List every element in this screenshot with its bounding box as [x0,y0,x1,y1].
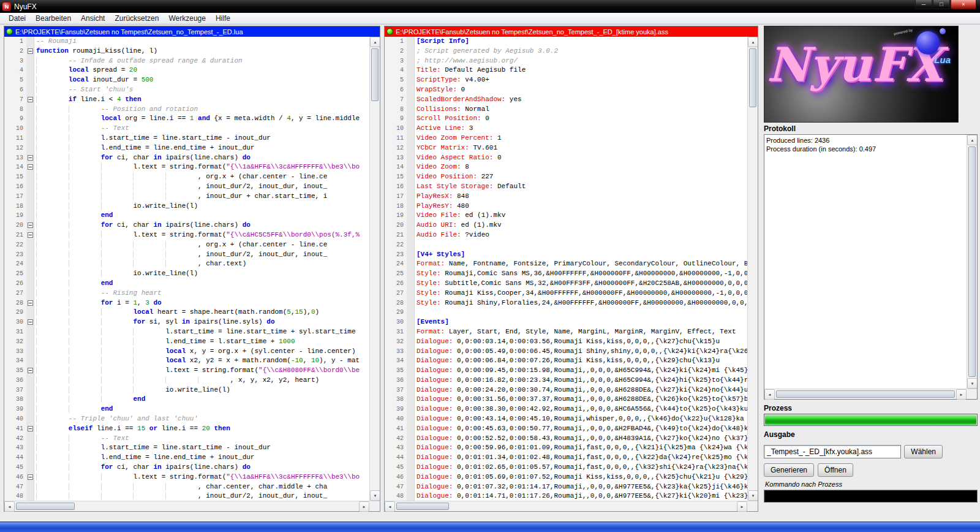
output-filename-input[interactable] [764,445,901,458]
fold-collapse-icon[interactable] [28,474,33,480]
code-text: , org.x + (char.center - line.ce [34,172,369,182]
scroll-up-button[interactable]: ▲ [967,135,977,145]
scrollbar-corner [967,389,977,399]
fold-collapse-icon[interactable] [28,222,33,228]
code-text: end [34,279,369,289]
scroll-thumb[interactable] [371,48,379,101]
fold-collapse-icon[interactable] [28,232,33,238]
menu-zurcksetzen[interactable]: Zurücksetzen [110,13,164,24]
code-text: , inout_dur/2, inout_dur, inout_ [34,250,369,260]
code-line: 28Style: Roumaji Shiny,Floralies,24,&H00… [385,298,747,308]
menu-bearbeiten[interactable]: Bearbeiten [31,13,76,24]
code-line: 44 l.end_time = line.end_time + inout_du… [4,453,369,463]
line-number: 22 [385,240,407,250]
scroll-track[interactable] [775,389,956,399]
minimize-button[interactable]: ─ [915,0,932,9]
fold-collapse-icon[interactable] [28,97,33,102]
scroll-thumb[interactable] [749,48,756,107]
protokoll-content[interactable]: Produced lines: 2436Process duration (in… [764,135,967,389]
generieren-button[interactable]: Generieren [764,463,814,477]
fold-margin [26,395,34,405]
scroll-thumb[interactable] [396,503,449,510]
scroll-right-button[interactable]: ► [737,501,747,512]
lua-editor-header[interactable]: E:\PROJEKTE\Fansub\Zetsuen no Tempest\Ze… [4,26,380,37]
scroll-thumb[interactable] [776,390,955,398]
code-text: Dialogue: 0,0:00:31.56,0:00:37.37,Roumaj… [415,395,747,405]
code-line: 5ScriptType: v4.00+ [385,75,747,85]
fold-margin [26,211,34,221]
code-text: WrapStyle: 0 [415,85,747,95]
protokoll-horizontal-scrollbar[interactable]: ◄ ► [764,389,967,399]
code-text: Dialogue: 0,0:00:03.14,0:00:03.56,Roumaj… [415,337,747,347]
code-text: end [34,211,369,221]
fold-collapse-icon[interactable] [28,300,33,306]
fold-collapse-icon[interactable] [28,48,33,54]
fold-collapse-icon[interactable] [28,155,33,161]
protokoll-vertical-scrollbar[interactable]: ▲ ▼ [967,135,977,389]
scroll-thumb[interactable] [16,503,75,510]
menu-datei[interactable]: Datei [4,13,31,24]
line-number: 24 [385,259,407,269]
fold-collapse-icon[interactable] [28,319,33,325]
code-line: 27Style: Roumaji Kiss,Cooper,34,&H00FFFF… [385,289,747,298]
menu-ansicht[interactable]: Ansicht [76,13,110,24]
scroll-right-button[interactable]: ► [956,389,967,400]
line-number: 17 [385,192,407,202]
fold-margin [407,240,415,250]
scroll-down-button[interactable]: ▼ [967,378,977,389]
code-text: for ci, char in ipairs(line.chars) do [34,463,369,473]
scroll-down-button[interactable]: ▼ [748,490,758,501]
scroll-left-button[interactable]: ◄ [764,389,775,400]
lua-horizontal-scrollbar[interactable]: ◄ ► [4,501,369,511]
scroll-track[interactable] [395,501,737,511]
scroll-left-button[interactable]: ◄ [4,501,15,512]
kommando-input[interactable] [764,490,978,503]
scroll-track[interactable] [370,47,380,490]
code-line: 42 -- Text [4,434,369,444]
menu-hilfe[interactable]: Hilfe [211,13,235,24]
code-text: l.start_time = line.start_time + syl.sta… [34,327,369,337]
lua-code-area[interactable]: 1-- Roumaji2function roumaji_kiss(line, … [4,37,369,501]
lua-vertical-scrollbar[interactable]: ▲ ▼ [369,37,380,501]
scroll-thumb[interactable] [968,146,976,377]
code-line: 31 l.start_time = line.start_time + syl.… [4,327,369,337]
ass-vertical-scrollbar[interactable]: ▲ ▼ [747,37,758,501]
code-line: 19Video File: ed (1).mkv [385,211,747,221]
lua-file-path: E:\PROJEKTE\Fansub\Zetsuen no Tempest\Ze… [15,28,243,36]
code-text: Dialogue: 0,0:01:05.69,0:01:07.52,Roumaj… [415,473,747,482]
scroll-track[interactable] [967,145,977,378]
scroll-up-button[interactable]: ▲ [370,37,380,47]
fold-margin [407,66,415,75]
code-text: l.text = string.format("{\\c&H8080FF&\\b… [34,366,369,376]
line-number: 27 [4,289,26,298]
line-number: 22 [4,240,26,250]
line-number: 23 [4,250,26,260]
ass-editor-header[interactable]: E:\PROJEKTE\Fansub\Zetsuen no Tempest\Ze… [385,26,758,37]
scrollbar-corner [747,501,758,511]
prozess-label: Prozess [764,404,792,412]
fold-margin [407,482,415,492]
menu-werkzeuge[interactable]: Werkzeuge [164,13,210,24]
code-line: 2; Script generated by Aegisub 3.0.2 [385,47,747,56]
scroll-left-button[interactable]: ◄ [385,501,395,512]
fold-collapse-icon[interactable] [28,164,33,170]
waehlen-button[interactable]: Wählen [904,445,943,458]
scroll-track[interactable] [15,501,359,511]
close-button[interactable]: × [951,0,976,9]
line-number: 37 [385,386,407,395]
fold-margin [407,37,415,47]
scroll-right-button[interactable]: ► [359,501,369,512]
fold-collapse-icon[interactable] [28,368,33,373]
scroll-down-button[interactable]: ▼ [370,490,380,501]
restore-button[interactable]: □ [933,0,950,9]
fold-collapse-icon[interactable] [28,426,33,431]
scroll-track[interactable] [748,47,758,490]
ass-horizontal-scrollbar[interactable]: ◄ ► [385,501,747,511]
oeffnen-button[interactable]: Öffnen [818,463,853,477]
code-text: Active Line: 3 [415,124,747,134]
fold-margin [407,202,415,211]
scroll-up-button[interactable]: ▲ [748,37,758,47]
ass-code-area[interactable]: 1[Script Info]2; Script generated by Aeg… [385,37,747,501]
code-line: 34 local x2, y2 = x + math.random(-10, 1… [4,356,369,366]
fold-margin [407,230,415,240]
